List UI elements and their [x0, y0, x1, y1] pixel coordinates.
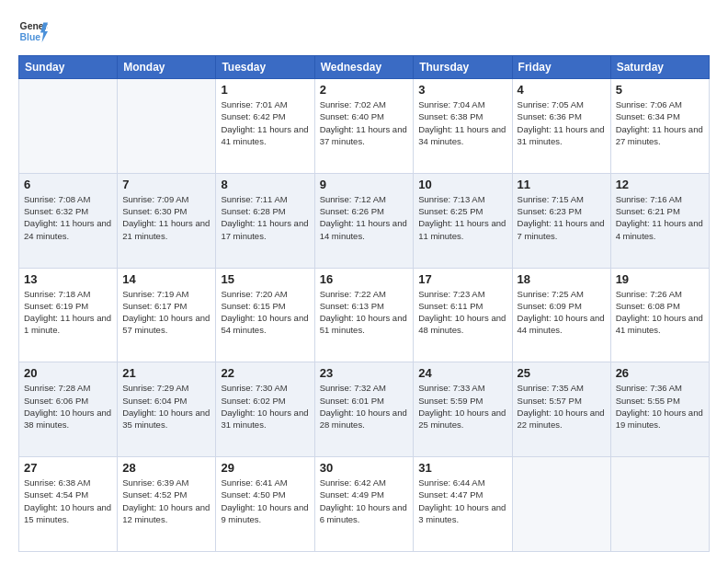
calendar-cell: 4Sunrise: 7:05 AMSunset: 6:36 PMDaylight…: [512, 79, 610, 174]
day-info: Sunrise: 7:15 AMSunset: 6:23 PMDaylight:…: [518, 193, 606, 242]
calendar-cell: 13Sunrise: 7:18 AMSunset: 6:19 PMDayligh…: [19, 268, 118, 362]
day-number: 30: [320, 461, 409, 475]
weekday-header-saturday: Saturday: [610, 56, 709, 79]
week-row-1: 1Sunrise: 7:01 AMSunset: 6:42 PMDaylight…: [19, 79, 710, 174]
day-info: Sunrise: 7:23 AMSunset: 6:11 PMDaylight:…: [418, 288, 506, 337]
calendar-cell: 29Sunrise: 6:41 AMSunset: 4:50 PMDayligh…: [216, 457, 314, 552]
weekday-header-sunday: Sunday: [19, 56, 118, 79]
day-info: Sunrise: 7:08 AMSunset: 6:32 PMDaylight:…: [24, 193, 112, 242]
day-info: Sunrise: 7:26 AMSunset: 6:08 PMDaylight:…: [616, 288, 704, 337]
day-number: 15: [221, 272, 309, 286]
day-info: Sunrise: 7:06 AMSunset: 6:34 PMDaylight:…: [616, 98, 704, 147]
day-number: 20: [24, 366, 112, 380]
day-info: Sunrise: 7:20 AMSunset: 6:15 PMDaylight:…: [221, 288, 309, 337]
day-number: 5: [616, 83, 704, 97]
day-info: Sunrise: 7:28 AMSunset: 6:06 PMDaylight:…: [24, 382, 112, 431]
header: General Blue: [18, 17, 710, 46]
day-number: 24: [418, 366, 506, 380]
calendar-cell: 7Sunrise: 7:09 AMSunset: 6:30 PMDaylight…: [118, 173, 216, 268]
day-info: Sunrise: 7:36 AMSunset: 5:55 PMDaylight:…: [616, 382, 704, 431]
day-number: 31: [418, 461, 506, 475]
calendar-cell: 20Sunrise: 7:28 AMSunset: 6:06 PMDayligh…: [19, 362, 118, 457]
calendar-cell: [512, 457, 610, 552]
calendar-cell: 11Sunrise: 7:15 AMSunset: 6:23 PMDayligh…: [512, 173, 610, 268]
week-row-4: 20Sunrise: 7:28 AMSunset: 6:06 PMDayligh…: [19, 362, 710, 457]
day-info: Sunrise: 7:22 AMSunset: 6:13 PMDaylight:…: [320, 288, 409, 337]
calendar-cell: 12Sunrise: 7:16 AMSunset: 6:21 PMDayligh…: [610, 173, 709, 268]
calendar-cell: 18Sunrise: 7:25 AMSunset: 6:09 PMDayligh…: [512, 268, 610, 362]
week-row-3: 13Sunrise: 7:18 AMSunset: 6:19 PMDayligh…: [19, 268, 710, 362]
calendar-cell: 21Sunrise: 7:29 AMSunset: 6:04 PMDayligh…: [118, 362, 216, 457]
day-info: Sunrise: 7:33 AMSunset: 5:59 PMDaylight:…: [418, 382, 506, 431]
weekday-header-wednesday: Wednesday: [314, 56, 414, 79]
day-info: Sunrise: 7:04 AMSunset: 6:38 PMDaylight:…: [418, 98, 506, 147]
day-number: 21: [122, 366, 210, 380]
day-number: 12: [616, 178, 704, 191]
day-number: 19: [616, 272, 704, 286]
day-number: 26: [616, 366, 704, 380]
day-number: 4: [518, 83, 606, 97]
calendar-cell: 6Sunrise: 7:08 AMSunset: 6:32 PMDaylight…: [19, 173, 118, 268]
day-number: 29: [221, 461, 309, 475]
calendar-cell: 30Sunrise: 6:42 AMSunset: 4:49 PMDayligh…: [314, 457, 414, 552]
day-number: 6: [24, 178, 112, 191]
calendar-cell: 28Sunrise: 6:39 AMSunset: 4:52 PMDayligh…: [118, 457, 216, 552]
calendar-cell: 19Sunrise: 7:26 AMSunset: 6:08 PMDayligh…: [610, 268, 709, 362]
day-number: 25: [518, 366, 606, 380]
day-number: 14: [122, 272, 210, 286]
day-info: Sunrise: 7:11 AMSunset: 6:28 PMDaylight:…: [221, 193, 309, 242]
day-info: Sunrise: 7:35 AMSunset: 5:57 PMDaylight:…: [518, 382, 606, 431]
day-number: 23: [320, 366, 409, 380]
day-number: 8: [221, 178, 309, 191]
calendar-cell: [118, 79, 216, 174]
svg-text:Blue: Blue: [20, 32, 41, 42]
calendar: SundayMondayTuesdayWednesdayThursdayFrid…: [18, 55, 710, 552]
day-number: 11: [518, 178, 606, 191]
day-number: 1: [221, 83, 309, 97]
weekday-header-tuesday: Tuesday: [216, 56, 314, 79]
day-info: Sunrise: 6:39 AMSunset: 4:52 PMDaylight:…: [122, 477, 210, 525]
day-number: 10: [418, 178, 506, 191]
calendar-cell: 1Sunrise: 7:01 AMSunset: 6:42 PMDaylight…: [216, 79, 314, 174]
day-number: 9: [320, 178, 409, 191]
logo-icon: General Blue: [18, 17, 48, 46]
day-info: Sunrise: 6:44 AMSunset: 4:47 PMDaylight:…: [418, 477, 506, 525]
calendar-cell: 9Sunrise: 7:12 AMSunset: 6:26 PMDaylight…: [314, 173, 414, 268]
day-number: 22: [221, 366, 309, 380]
logo: General Blue: [18, 17, 48, 46]
day-number: 27: [24, 461, 112, 475]
calendar-cell: [610, 457, 709, 552]
calendar-cell: 16Sunrise: 7:22 AMSunset: 6:13 PMDayligh…: [314, 268, 414, 362]
day-number: 3: [418, 83, 506, 97]
day-info: Sunrise: 7:19 AMSunset: 6:17 PMDaylight:…: [122, 288, 210, 337]
day-number: 13: [24, 272, 112, 286]
day-info: Sunrise: 7:32 AMSunset: 6:01 PMDaylight:…: [320, 382, 409, 431]
day-info: Sunrise: 7:18 AMSunset: 6:19 PMDaylight:…: [24, 288, 112, 337]
day-info: Sunrise: 7:05 AMSunset: 6:36 PMDaylight:…: [518, 98, 606, 147]
week-row-2: 6Sunrise: 7:08 AMSunset: 6:32 PMDaylight…: [19, 173, 710, 268]
day-number: 16: [320, 272, 409, 286]
calendar-cell: 31Sunrise: 6:44 AMSunset: 4:47 PMDayligh…: [414, 457, 512, 552]
calendar-cell: 24Sunrise: 7:33 AMSunset: 5:59 PMDayligh…: [414, 362, 512, 457]
day-number: 2: [320, 83, 409, 97]
day-info: Sunrise: 7:13 AMSunset: 6:25 PMDaylight:…: [418, 193, 506, 242]
day-info: Sunrise: 6:41 AMSunset: 4:50 PMDaylight:…: [221, 477, 309, 525]
calendar-cell: 5Sunrise: 7:06 AMSunset: 6:34 PMDaylight…: [610, 79, 709, 174]
weekday-header-monday: Monday: [118, 56, 216, 79]
day-info: Sunrise: 6:42 AMSunset: 4:49 PMDaylight:…: [320, 477, 409, 525]
calendar-cell: 15Sunrise: 7:20 AMSunset: 6:15 PMDayligh…: [216, 268, 314, 362]
calendar-cell: 8Sunrise: 7:11 AMSunset: 6:28 PMDaylight…: [216, 173, 314, 268]
calendar-cell: 3Sunrise: 7:04 AMSunset: 6:38 PMDaylight…: [414, 79, 512, 174]
calendar-cell: [19, 79, 118, 174]
calendar-cell: 27Sunrise: 6:38 AMSunset: 4:54 PMDayligh…: [19, 457, 118, 552]
day-number: 18: [518, 272, 606, 286]
day-info: Sunrise: 6:38 AMSunset: 4:54 PMDaylight:…: [24, 477, 112, 525]
calendar-cell: 23Sunrise: 7:32 AMSunset: 6:01 PMDayligh…: [314, 362, 414, 457]
calendar-cell: 10Sunrise: 7:13 AMSunset: 6:25 PMDayligh…: [414, 173, 512, 268]
calendar-cell: 25Sunrise: 7:35 AMSunset: 5:57 PMDayligh…: [512, 362, 610, 457]
day-info: Sunrise: 7:02 AMSunset: 6:40 PMDaylight:…: [320, 98, 409, 147]
day-number: 28: [122, 461, 210, 475]
day-info: Sunrise: 7:09 AMSunset: 6:30 PMDaylight:…: [122, 193, 210, 242]
week-row-5: 27Sunrise: 6:38 AMSunset: 4:54 PMDayligh…: [19, 457, 710, 552]
calendar-cell: 26Sunrise: 7:36 AMSunset: 5:55 PMDayligh…: [610, 362, 709, 457]
